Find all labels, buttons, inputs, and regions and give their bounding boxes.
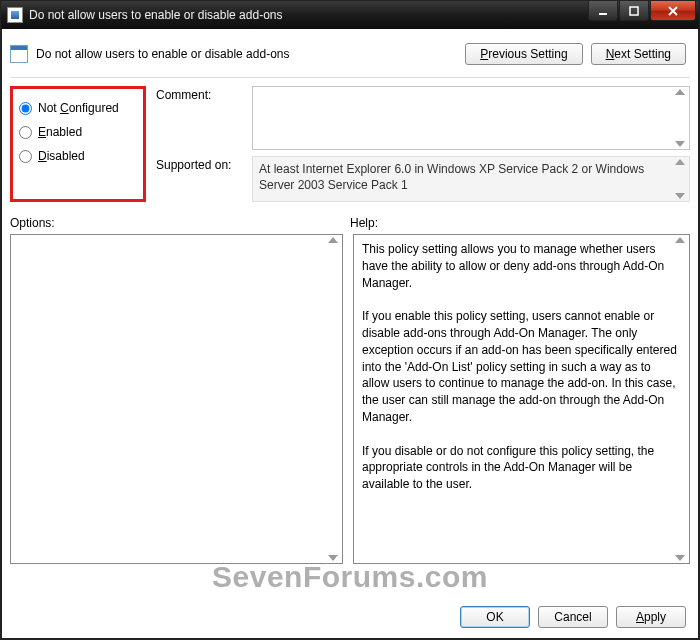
scroll-up-icon[interactable] xyxy=(675,159,685,165)
dialog-button-bar: OK Cancel Apply xyxy=(460,606,686,628)
options-panel xyxy=(10,234,343,564)
app-icon xyxy=(7,7,23,23)
minimize-button[interactable] xyxy=(588,1,618,21)
window-title: Do not allow users to enable or disable … xyxy=(29,8,283,22)
help-scrollbar[interactable] xyxy=(673,237,687,561)
close-button[interactable] xyxy=(650,1,696,21)
previous-setting-button[interactable]: Previous Setting xyxy=(465,43,582,65)
policy-icon xyxy=(10,45,28,63)
radio-input-enabled[interactable] xyxy=(19,126,32,139)
header-row: Do not allow users to enable or disable … xyxy=(10,35,690,73)
scroll-up-icon[interactable] xyxy=(328,237,338,243)
svg-rect-1 xyxy=(630,7,638,15)
dialog-body: Do not allow users to enable or disable … xyxy=(1,29,699,639)
panels-row: This policy setting allows you to manage… xyxy=(10,234,690,564)
watermark: SevenForums.com xyxy=(2,560,698,594)
svg-rect-0 xyxy=(599,13,607,15)
options-label: Options: xyxy=(10,216,350,230)
maximize-button[interactable] xyxy=(619,1,649,21)
radio-label-not-configured: Not Configured xyxy=(38,101,119,115)
config-row: Not Configured Enabled Disabled Comment:… xyxy=(10,86,690,202)
scroll-down-icon[interactable] xyxy=(675,141,685,147)
panel-labels: Options: Help: xyxy=(10,216,690,230)
supported-scrollbar[interactable] xyxy=(673,159,687,199)
separator xyxy=(10,77,690,78)
radio-label-enabled: Enabled xyxy=(38,125,82,139)
scroll-down-icon[interactable] xyxy=(675,193,685,199)
help-text: This policy setting allows you to manage… xyxy=(362,241,681,493)
help-panel: This policy setting allows you to manage… xyxy=(353,234,690,564)
radio-enabled[interactable]: Enabled xyxy=(19,125,137,139)
next-setting-button[interactable]: Next Setting xyxy=(591,43,686,65)
comment-label: Comment: xyxy=(156,86,246,102)
right-config: Comment: Supported on: At least Internet… xyxy=(156,86,690,202)
scroll-down-icon[interactable] xyxy=(328,555,338,561)
radio-input-disabled[interactable] xyxy=(19,150,32,163)
apply-button[interactable]: Apply xyxy=(616,606,686,628)
header-left: Do not allow users to enable or disable … xyxy=(10,45,290,63)
ok-button[interactable]: OK xyxy=(460,606,530,628)
nav-buttons: Previous Setting Next Setting xyxy=(465,43,686,65)
supported-on-field: At least Internet Explorer 6.0 in Window… xyxy=(252,156,690,202)
radio-not-configured[interactable]: Not Configured xyxy=(19,101,137,115)
radio-disabled[interactable]: Disabled xyxy=(19,149,137,163)
scroll-up-icon[interactable] xyxy=(675,89,685,95)
window-controls xyxy=(588,1,697,21)
scroll-up-icon[interactable] xyxy=(675,237,685,243)
cancel-button[interactable]: Cancel xyxy=(538,606,608,628)
policy-title: Do not allow users to enable or disable … xyxy=(36,47,290,61)
radio-label-disabled: Disabled xyxy=(38,149,85,163)
scroll-down-icon[interactable] xyxy=(675,555,685,561)
state-radio-group: Not Configured Enabled Disabled xyxy=(10,86,146,202)
radio-input-not-configured[interactable] xyxy=(19,102,32,115)
comment-scrollbar[interactable] xyxy=(673,89,687,147)
help-label: Help: xyxy=(350,216,690,230)
supported-label: Supported on: xyxy=(156,156,246,172)
supported-on-text: At least Internet Explorer 6.0 in Window… xyxy=(259,162,644,192)
comment-field[interactable] xyxy=(252,86,690,150)
options-scrollbar[interactable] xyxy=(326,237,340,561)
window-titlebar: Do not allow users to enable or disable … xyxy=(1,1,699,29)
